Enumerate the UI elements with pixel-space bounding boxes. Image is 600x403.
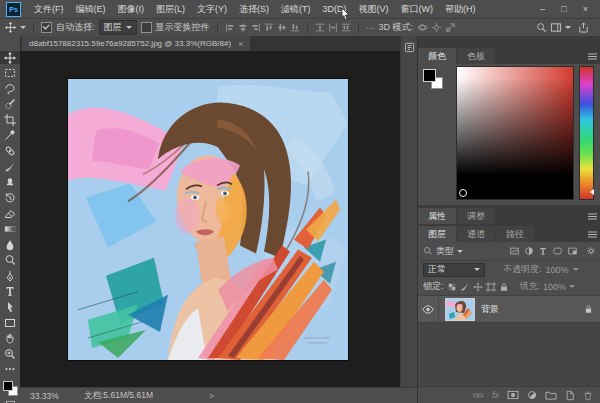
opacity-value[interactable]: 100% (546, 265, 569, 275)
new-adjustment-layer-icon[interactable] (527, 390, 537, 400)
history-brush-tool[interactable] (0, 191, 20, 204)
auto-select-dropdown[interactable]: 图层 (99, 20, 137, 35)
lock-artboard-icon[interactable] (486, 282, 496, 292)
brush-tool[interactable] (0, 160, 20, 173)
lock-all-icon[interactable] (499, 282, 509, 292)
distribute-bottom-icon[interactable] (341, 22, 351, 33)
lock-pixels-icon[interactable] (460, 282, 470, 292)
eraser-tool[interactable] (0, 207, 20, 220)
filter-shape-layers-icon[interactable] (552, 246, 563, 256)
tab-paths[interactable]: 路径 (496, 226, 534, 242)
layer-name[interactable]: 背景 (481, 303, 584, 316)
quick-selection-tool[interactable] (0, 98, 20, 111)
search-icon[interactable] (536, 22, 547, 33)
new-group-icon[interactable] (545, 390, 557, 400)
auto-select-checkbox[interactable] (41, 22, 52, 33)
align-bottom-icon[interactable] (290, 22, 300, 33)
filter-type-label[interactable]: 类型 (436, 245, 454, 258)
tab-adjustments[interactable]: 调整 (457, 208, 495, 224)
close-button[interactable]: × (583, 4, 588, 14)
dodge-tool[interactable] (0, 254, 20, 267)
distribute-middle-icon[interactable] (328, 22, 338, 33)
menu-help[interactable]: 帮助(H) (439, 1, 482, 18)
panel-menu-icon[interactable] (588, 213, 597, 220)
fill-value[interactable]: 100% (543, 282, 566, 292)
menu-type[interactable]: 文字(Y) (191, 1, 233, 18)
maximize-button[interactable]: □ (561, 4, 566, 14)
tab-color[interactable]: 颜色 (418, 48, 456, 64)
quick-mask-icon[interactable] (0, 399, 20, 403)
document-image[interactable] (68, 79, 348, 360)
hue-slider[interactable] (579, 66, 594, 200)
chevron-down-icon[interactable] (457, 250, 463, 253)
tab-layers[interactable]: 图层 (418, 226, 456, 242)
type-tool[interactable] (0, 285, 20, 298)
link-layers-icon[interactable] (472, 391, 484, 400)
align-right-icon[interactable] (251, 22, 261, 33)
chevron-down-icon[interactable] (573, 268, 579, 271)
workspace-switcher-icon[interactable] (550, 22, 562, 33)
crop-tool[interactable] (0, 113, 20, 126)
menu-select[interactable]: 选择(S) (233, 1, 275, 18)
zoom-tool[interactable] (0, 347, 20, 360)
status-options-chevron[interactable]: > (209, 391, 214, 401)
tab-swatches[interactable]: 色板 (457, 48, 495, 64)
chevron-down-icon[interactable] (569, 285, 575, 288)
rectangle-tool[interactable] (0, 316, 20, 329)
layer-styles-icon[interactable]: fx (492, 390, 499, 400)
minimize-button[interactable]: – (540, 4, 545, 14)
align-left-icon[interactable] (225, 22, 235, 33)
blur-tool[interactable] (0, 238, 20, 251)
lasso-tool[interactable] (0, 82, 20, 95)
move-tool[interactable] (0, 51, 20, 64)
foreground-background-swatches[interactable] (3, 381, 18, 396)
hue-slider-cursor[interactable] (590, 189, 594, 195)
color-field-cursor[interactable] (459, 189, 467, 197)
filter-adjustment-layers-icon[interactable] (524, 246, 534, 256)
dolly-3d-icon[interactable] (445, 22, 456, 33)
menu-view[interactable]: 视图(V) (353, 1, 395, 18)
orbit-3d-icon[interactable] (417, 22, 428, 33)
tool-preset-chevron-icon[interactable] (20, 26, 26, 29)
blend-mode-dropdown[interactable]: 正常 (423, 263, 485, 277)
align-middle-icon[interactable] (277, 22, 287, 33)
gradient-tool[interactable] (0, 223, 20, 236)
zoom-level-field[interactable]: 33.33% (30, 391, 76, 401)
canvas-area[interactable] (20, 51, 400, 387)
pen-tool[interactable] (0, 269, 20, 282)
menu-window[interactable]: 窗口(W) (395, 1, 440, 18)
menu-file[interactable]: 文件(F) (28, 1, 70, 18)
layer-visibility-toggle[interactable] (418, 296, 439, 322)
foreground-color-swatch[interactable] (423, 69, 436, 82)
menu-image[interactable]: 图像(I) (112, 1, 151, 18)
clone-stamp-tool[interactable] (0, 176, 20, 189)
panel-menu-icon[interactable] (588, 53, 597, 60)
layer-row-background[interactable]: 背景 (418, 296, 600, 323)
filter-settings-gear-icon[interactable] (586, 246, 596, 256)
edit-toolbar-icon[interactable] (0, 363, 20, 376)
menu-edit[interactable]: 编辑(E) (70, 1, 112, 18)
rectangular-marquee-tool[interactable] (0, 67, 20, 80)
menu-layer[interactable]: 图层(L) (150, 1, 191, 18)
filter-pixel-layers-icon[interactable] (509, 246, 520, 256)
spot-healing-brush-tool[interactable] (0, 145, 20, 158)
filter-type-layers-icon[interactable] (538, 246, 548, 256)
add-layer-mask-icon[interactable] (507, 390, 519, 400)
tab-channels[interactable]: 通道 (457, 226, 495, 242)
layer-thumbnail[interactable] (445, 298, 475, 321)
panel-menu-icon[interactable] (588, 231, 597, 238)
filter-smart-objects-icon[interactable] (567, 246, 578, 256)
eyedropper-tool[interactable] (0, 129, 20, 142)
lock-transparency-icon[interactable] (447, 282, 457, 292)
saturation-brightness-field[interactable] (456, 66, 574, 200)
document-size-info[interactable]: 文档:5.61M/5.61M (84, 390, 153, 402)
align-top-icon[interactable] (264, 22, 274, 33)
show-transform-checkbox[interactable] (141, 22, 152, 33)
delete-layer-icon[interactable] (583, 390, 593, 401)
new-layer-icon[interactable] (565, 390, 575, 401)
foreground-color-swatch[interactable] (3, 381, 13, 391)
lock-position-icon[interactable] (473, 282, 483, 292)
panel-color-swatches[interactable] (423, 69, 443, 89)
close-document-icon[interactable]: × (238, 39, 243, 49)
distribute-top-icon[interactable] (315, 22, 325, 33)
